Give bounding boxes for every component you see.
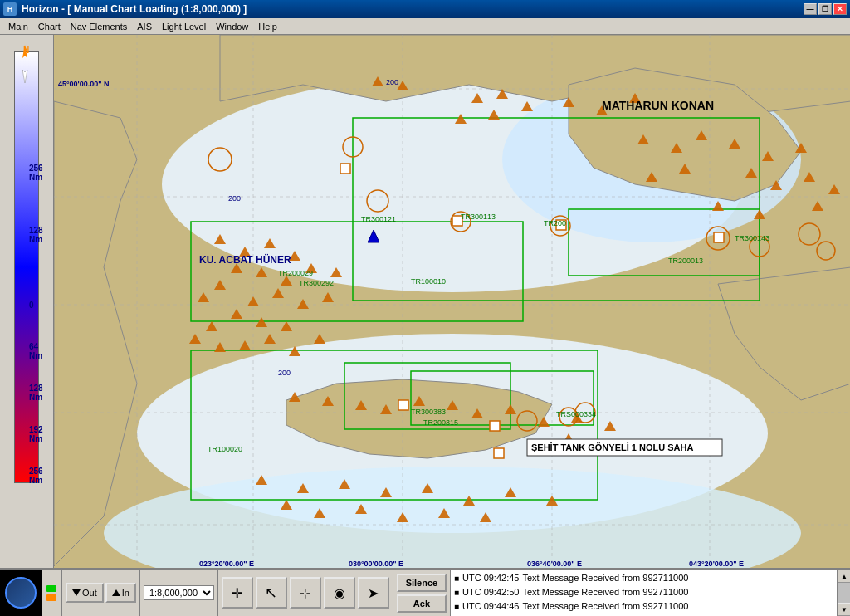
svg-text:023°20'00.00" E: 023°20'00.00" E <box>199 560 254 568</box>
svg-rect-117 <box>490 421 500 431</box>
status-dot-green <box>46 585 56 592</box>
tr-code-9: TR100020 <box>208 445 242 453</box>
depth-scale-panel: N 256 Nm 128 Nm 0 64 Nm 128 Nm 192 Nm 25… <box>0 35 54 616</box>
tr-code-3: TR200 <box>544 219 566 227</box>
menu-ais[interactable]: AIS <box>132 21 157 32</box>
map-indicator <box>0 570 42 616</box>
status-dot-orange <box>46 594 56 601</box>
svg-text:043°20'00.00" E: 043°20'00.00" E <box>689 560 744 568</box>
cursor-icon: ↖ <box>265 584 277 602</box>
depth-scale-bar <box>14 51 39 483</box>
arrow-tool-button[interactable]: ➤ <box>358 577 389 609</box>
measure-tool-button[interactable]: ⊹ <box>290 577 321 609</box>
svg-rect-112 <box>340 164 350 174</box>
tr-code-1: TR300121 <box>361 215 396 223</box>
menu-window[interactable]: Window <box>211 21 253 32</box>
titlebar-controls[interactable]: — ❐ ✕ <box>804 3 847 15</box>
scale-label-256-top: 256 Nm <box>29 164 53 182</box>
log-time-1: UTC 09:42:45 <box>462 571 519 585</box>
scale-label-128: 128 Nm <box>29 226 53 244</box>
menu-nav-elements[interactable]: Nav Elements <box>66 21 132 32</box>
silence-button[interactable]: Silence <box>397 574 447 592</box>
layer-tool-button[interactable]: ◉ <box>324 577 355 609</box>
status-row-2 <box>46 594 56 601</box>
menu-light-level[interactable]: Light Level <box>157 21 211 32</box>
tool-buttons: ✛ ↖ ⊹ ◉ ➤ <box>218 570 393 616</box>
scroll-track[interactable] <box>838 583 850 603</box>
titlebar-text: Horizon - [ Manual Chart Loading (1:8,00… <box>22 3 247 15</box>
scroll-down-button[interactable]: ▼ <box>838 603 850 616</box>
cursor-tool-button[interactable]: ↖ <box>256 577 287 609</box>
zoom-out-button[interactable]: Out <box>66 583 104 603</box>
scale-display: 1:8,000,000 1:1,000,000 1:500,000 1:100,… <box>140 570 218 616</box>
zoom-out-icon <box>72 589 81 596</box>
log-bullet-3: ■ <box>454 599 459 614</box>
tr-code-7: TR200029 <box>278 269 313 277</box>
message-log: ■ UTC 09:42:45 Text Message Received fro… <box>451 570 837 616</box>
map-canvas: 200 200 200 MATHARUN KONAN KU. ACBAT HÜN… <box>54 35 850 616</box>
log-scrollbar: ▲ ▼ <box>837 570 850 616</box>
close-button[interactable]: ✕ <box>833 3 847 15</box>
log-bullet-2: ■ <box>454 585 459 599</box>
tr-code-11: TR300383 <box>411 408 446 416</box>
log-entry-3: ■ UTC 09:44:46 Text Message Received fro… <box>454 599 833 614</box>
svg-text:030°00'00.00" E: 030°00'00.00" E <box>349 560 403 568</box>
main-layout: N 256 Nm 128 Nm 0 64 Nm 128 Nm 192 Nm 25… <box>0 35 850 616</box>
matharun-konan-label: MATHARUN KONAN <box>602 99 714 112</box>
zoom-in-icon <box>112 589 120 596</box>
app-logo: H <box>3 2 17 16</box>
measure-icon: ⊹ <box>300 585 310 601</box>
tr-code-8: TR300292 <box>299 279 334 287</box>
scale-selector[interactable]: 1:8,000,000 1:1,000,000 1:500,000 1:100,… <box>144 585 214 600</box>
pan-icon: ✛ <box>232 585 242 601</box>
svg-text:200: 200 <box>386 78 398 86</box>
nav-status-controls <box>42 570 62 616</box>
svg-text:036°40'00.00" E: 036°40'00.00" E <box>527 560 582 568</box>
scale-label-256-bot: 256 Nm <box>29 467 53 485</box>
action-buttons: Silence Ack <box>393 570 451 616</box>
zoom-in-button[interactable]: In <box>105 583 136 603</box>
tr-code-10: TRS000334 <box>556 410 596 418</box>
minimize-button[interactable]: — <box>804 3 817 15</box>
titlebar: H Horizon - [ Manual Chart Loading (1:8,… <box>0 0 850 18</box>
pan-tool-button[interactable]: ✛ <box>222 577 253 609</box>
scale-label-192: 192 Nm <box>29 425 53 443</box>
arrow-icon: ➤ <box>368 585 379 601</box>
log-bullet-1: ■ <box>454 571 459 585</box>
log-entry-2: ■ UTC 09:42:50 Text Message Received fro… <box>454 585 833 599</box>
scroll-up-button[interactable]: ▲ <box>838 570 850 583</box>
zoom-controls: Out In <box>62 570 140 616</box>
menu-help[interactable]: Help <box>253 21 282 32</box>
svg-text:N: N <box>23 46 29 55</box>
menu-main[interactable]: Main <box>3 21 33 32</box>
titlebar-title: H Horizon - [ Manual Chart Loading (1:8,… <box>3 2 247 16</box>
tr-code-6: TR100010 <box>411 277 446 286</box>
zoom-in-label: In <box>122 588 129 598</box>
menubar: Main Chart Nav Elements AIS Light Level … <box>0 18 850 35</box>
mini-map <box>5 577 37 609</box>
log-entry-1: ■ UTC 09:42:45 Text Message Received fro… <box>454 571 833 585</box>
zoom-out-label: Out <box>82 588 97 598</box>
svg-text:200: 200 <box>228 194 241 203</box>
status-row-1 <box>46 585 56 592</box>
tr-code-12: TR200315 <box>423 418 458 427</box>
log-msg-3: Text Message Received from 992711000 <box>522 599 688 614</box>
map-area[interactable]: 200 200 200 MATHARUN KONAN KU. ACBAT HÜN… <box>54 35 850 616</box>
svg-text:200: 200 <box>278 369 291 377</box>
log-msg-2: Text Message Received from 992711000 <box>522 585 688 599</box>
ack-button[interactable]: Ack <box>397 594 447 613</box>
tr-code-2: TR300113 <box>461 213 496 221</box>
restore-button[interactable]: ❐ <box>818 3 832 15</box>
bottom-panel: Out In 1:8,000,000 1:1,000,000 1:500,000… <box>0 568 850 616</box>
svg-text:ŞEHİT TANK GÖNYELİ 1 NOLU SAHA: ŞEHİT TANK GÖNYELİ 1 NOLU SAHA <box>531 442 693 452</box>
tr-code-4: TR300143 <box>735 234 769 242</box>
svg-rect-116 <box>398 400 408 410</box>
compass-rose: N <box>8 43 42 85</box>
svg-rect-118 <box>494 448 504 458</box>
menu-chart[interactable]: Chart <box>33 21 66 32</box>
log-msg-1: Text Message Received from 992711000 <box>522 571 688 585</box>
log-time-3: UTC 09:44:46 <box>462 599 519 614</box>
ku-acbat-label: KU. ACBAT HÜNER <box>199 253 291 266</box>
scale-label-128-low: 128 Nm <box>29 384 53 402</box>
log-time-2: UTC 09:42:50 <box>462 585 519 599</box>
